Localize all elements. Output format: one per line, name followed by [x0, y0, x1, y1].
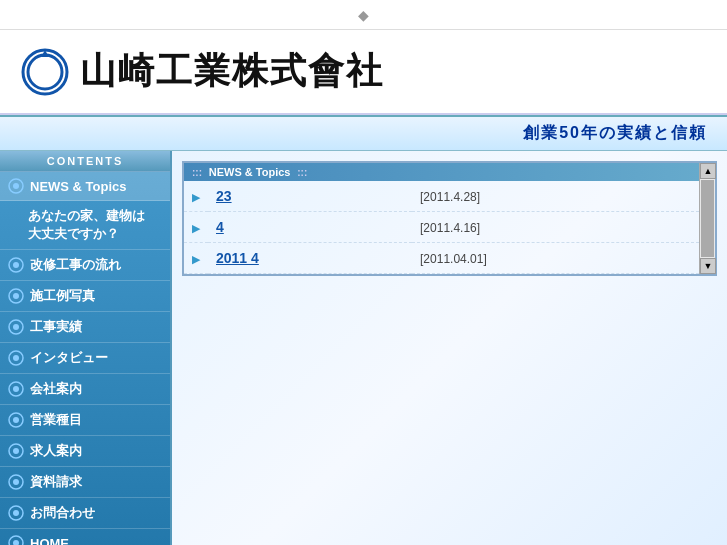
- bullet-icon-recruit: [8, 443, 24, 459]
- sidebar-label-contact: お問合わせ: [30, 504, 95, 522]
- news-row-1[interactable]: ▶ 23 [2011.4.28]: [184, 181, 699, 212]
- scroll-up-button[interactable]: ▲: [700, 163, 716, 179]
- sidebar-label-interview: インタビュー: [30, 349, 108, 367]
- svg-point-13: [13, 386, 19, 392]
- sidebar: CONTENTS NEWS & Topics あなたの家、建物は大丈夫ですか？ …: [0, 151, 172, 545]
- news-panel-title: NEWS & Topics: [209, 166, 291, 178]
- logo-area: 山崎工業株式會社: [20, 47, 384, 97]
- sidebar-label-company: 会社案内: [30, 380, 82, 398]
- logo-icon: [20, 47, 70, 97]
- svg-point-3: [13, 183, 19, 189]
- sidebar-item-renovation[interactable]: 改修工事の流れ: [0, 250, 170, 281]
- bullet-icon-home: [8, 535, 24, 545]
- sidebar-header: CONTENTS: [0, 151, 170, 172]
- news-number-2[interactable]: 4: [216, 219, 224, 235]
- sidebar-item-company[interactable]: 会社案内: [0, 374, 170, 405]
- news-row-icon-2: ▶: [192, 222, 200, 234]
- main-layout: CONTENTS NEWS & Topics あなたの家、建物は大丈夫ですか？ …: [0, 151, 727, 545]
- sidebar-label-photos: 施工例写真: [30, 287, 95, 305]
- sidebar-item-business[interactable]: 営業種目: [0, 405, 170, 436]
- news-table: ▶ 23 [2011.4.28] ▶: [184, 181, 699, 274]
- news-row-icon-3: ▶: [192, 253, 200, 265]
- sidebar-item-contact[interactable]: お問合わせ: [0, 498, 170, 529]
- sidebar-label-record: 工事実績: [30, 318, 82, 336]
- news-date-2: [2011.4.16]: [420, 221, 480, 235]
- bullet-icon-materials: [8, 474, 24, 490]
- scroll-thumb[interactable]: [701, 180, 714, 257]
- bullet-icon-company: [8, 381, 24, 397]
- news-number-1[interactable]: 23: [216, 188, 232, 204]
- bullet-icon-renovation: [8, 257, 24, 273]
- news-number-3[interactable]: 2011 4: [216, 250, 259, 266]
- bullet-icon-interview: [8, 350, 24, 366]
- sidebar-label-home: HOME: [30, 536, 69, 546]
- scrollbar[interactable]: ▲ ▼: [699, 163, 715, 274]
- news-row-3[interactable]: ▶ 2011 4 [2011.04.01]: [184, 243, 699, 274]
- news-panel-header: ::: NEWS & Topics :::: [184, 163, 699, 181]
- header-dots-right: :::: [294, 167, 307, 178]
- sidebar-item-interview[interactable]: インタビュー: [0, 343, 170, 374]
- scroll-down-button[interactable]: ▼: [700, 258, 716, 274]
- sidebar-label-recruit: 求人案内: [30, 442, 82, 460]
- svg-point-11: [13, 355, 19, 361]
- tagline-text: 創業50年の実績と信頼: [523, 123, 707, 144]
- sidebar-item-photos[interactable]: 施工例写真: [0, 281, 170, 312]
- sidebar-item-recruit[interactable]: 求人案内: [0, 436, 170, 467]
- sidebar-label-business: 営業種目: [30, 411, 82, 429]
- news-date-3: [2011.04.01]: [420, 252, 487, 266]
- sidebar-label-house: あなたの家、建物は大丈夫ですか？: [28, 207, 145, 243]
- svg-point-9: [13, 324, 19, 330]
- sidebar-item-record[interactable]: 工事実績: [0, 312, 170, 343]
- top-icon: ◆: [358, 7, 369, 23]
- tagline-bar: 創業50年の実績と信頼: [0, 115, 727, 151]
- svg-point-21: [13, 510, 19, 516]
- svg-point-7: [13, 293, 19, 299]
- header-dots-left: :::: [192, 167, 205, 178]
- news-wrapper: ::: NEWS & Topics ::: ▶ 23 [201: [182, 161, 717, 276]
- sidebar-item-house-check[interactable]: あなたの家、建物は大丈夫ですか？: [0, 201, 170, 250]
- svg-point-15: [13, 417, 19, 423]
- sidebar-item-materials[interactable]: 資料請求: [0, 467, 170, 498]
- sidebar-label-materials: 資料請求: [30, 473, 82, 491]
- svg-point-19: [13, 479, 19, 485]
- svg-point-5: [13, 262, 19, 268]
- logo-text: 山崎工業株式會社: [80, 47, 384, 96]
- bullet-icon-contact: [8, 505, 24, 521]
- sidebar-item-news-topics[interactable]: NEWS & Topics: [0, 172, 170, 201]
- svg-point-23: [13, 540, 19, 545]
- news-row-2[interactable]: ▶ 4 [2011.4.16]: [184, 212, 699, 243]
- top-bar: ◆: [0, 0, 727, 30]
- bullet-icon-record: [8, 319, 24, 335]
- sidebar-item-home[interactable]: HOME: [0, 529, 170, 545]
- bullet-icon-news: [8, 178, 24, 194]
- bullet-icon-business: [8, 412, 24, 428]
- news-content: ::: NEWS & Topics ::: ▶ 23 [201: [184, 163, 699, 274]
- bullet-icon-photos: [8, 288, 24, 304]
- news-date-1: [2011.4.28]: [420, 190, 480, 204]
- sidebar-label-renovation: 改修工事の流れ: [30, 256, 121, 274]
- header: 山崎工業株式會社: [0, 30, 727, 115]
- svg-point-17: [13, 448, 19, 454]
- news-row-icon-1: ▶: [192, 191, 200, 203]
- sidebar-label-news: NEWS & Topics: [30, 179, 127, 194]
- content-area: ::: NEWS & Topics ::: ▶ 23 [201: [172, 151, 727, 545]
